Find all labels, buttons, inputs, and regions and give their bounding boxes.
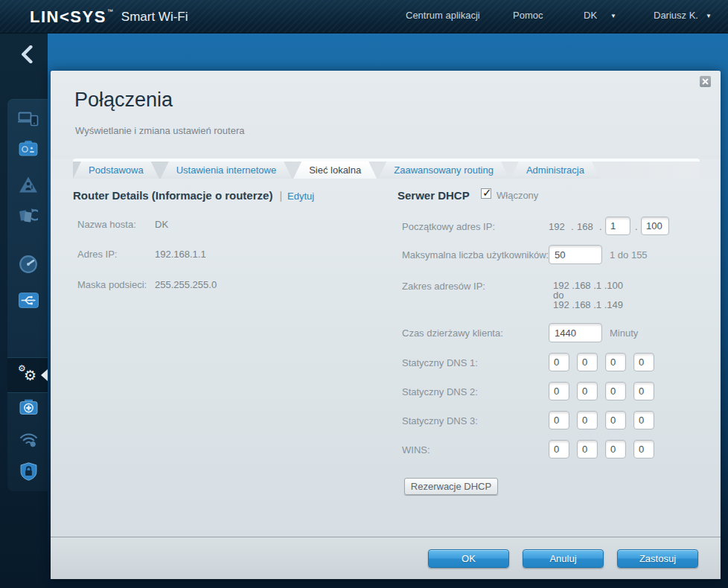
dhcp-reservations-button[interactable]: Rezerwacje DHCP — [404, 478, 498, 495]
router-details-heading: Router Details (Informacje o routerze)|E… — [73, 189, 314, 202]
footer-buttons: OK Anuluj Zastosuj — [428, 549, 698, 568]
menu-user-name[interactable]: Dariusz K. — [654, 10, 698, 21]
dhcp-enabled-checkbox[interactable] — [481, 188, 491, 199]
apply-button[interactable]: Zastosuj — [617, 549, 698, 568]
wins-label: WINS: — [402, 444, 430, 456]
connectivity-dialog: Połączenia Wyświetlanie i zmiana ustawie… — [51, 71, 721, 579]
wins-octet3-input[interactable] — [605, 440, 626, 458]
subnet-mask-value: 255.255.255.0 — [155, 279, 217, 290]
dns3-octet2-input[interactable] — [577, 411, 598, 429]
router-caret-icon[interactable]: ▼ — [610, 13, 616, 19]
dns2-octet1-input[interactable] — [549, 382, 569, 400]
wins-octet2-input[interactable] — [577, 440, 598, 458]
topbar: LIN<SYS™ Smart Wi-Fi Centrum aplikacji P… — [0, 0, 728, 33]
wins-octet1-input[interactable] — [549, 440, 569, 458]
dns2-octet3-input[interactable] — [605, 382, 626, 400]
menu-app-center[interactable]: Centrum aplikacji — [406, 10, 480, 21]
dns3-label: Statyczny DNS 3: — [402, 415, 478, 426]
subnet-mask-label: Maska podsieci: — [77, 279, 147, 290]
tab-zaawansowany-routing[interactable]: Zaawansowany routing — [378, 162, 509, 179]
dns1-octet4-input[interactable] — [633, 353, 654, 371]
edit-link[interactable]: Edytuj — [287, 191, 314, 202]
page-title: Połączenia — [74, 89, 173, 112]
sidebar: ⚙ ⚙ — [0, 33, 48, 588]
tab-podstawowa[interactable]: Podstawowa — [73, 162, 159, 179]
max-users-input[interactable] — [549, 245, 602, 264]
start-ip-octet4-input[interactable] — [641, 217, 669, 235]
dhcp-heading: Serwer DHCP — [397, 189, 470, 202]
ip-dot: . — [571, 221, 574, 232]
ip-range-label: Zakres adresów IP: — [402, 281, 485, 292]
dialog-header: Połączenia Wyświetlanie i zmiana ustawie… — [51, 71, 721, 159]
menu-help[interactable]: Pomoc — [513, 10, 543, 21]
dns2-octet4-input[interactable] — [633, 382, 654, 400]
dns3-octet4-input[interactable] — [633, 411, 654, 429]
media-icon[interactable] — [18, 138, 39, 159]
tab-content: Router Details (Informacje o routerze)|E… — [51, 179, 721, 537]
ip-address-label: Adres IP: — [77, 249, 117, 260]
ip-dot: . — [635, 221, 638, 232]
dns3-octet1-input[interactable] — [549, 411, 569, 429]
cancel-button[interactable]: Anuluj — [523, 549, 604, 568]
ip-address-value: 192.168.1.1 — [155, 249, 206, 260]
ip-dot: . — [599, 221, 602, 232]
dns2-label: Statyczny DNS 2: — [402, 386, 478, 397]
start-ip-label: Początkowy adres IP: — [402, 221, 495, 232]
dns2-octet2-input[interactable] — [577, 382, 598, 400]
heading-separator: | — [279, 190, 282, 202]
wireless-settings-icon[interactable] — [18, 429, 39, 450]
active-pointer-icon — [41, 369, 48, 381]
dhcp-enabled-label: Włączony — [496, 190, 538, 201]
start-ip-octet2: 168 — [577, 221, 593, 232]
parental-controls-icon[interactable] — [18, 174, 39, 195]
ip-range-to: 192 .168 .1 .149 — [553, 299, 623, 310]
devices-icon[interactable] — [18, 109, 39, 130]
max-users-label: Maksymalna liczba użytkowników: — [402, 249, 549, 261]
lease-time-unit: Minuty — [610, 327, 638, 339]
wins-octet4-input[interactable] — [633, 440, 654, 458]
hostname-label: Nazwa hosta: — [77, 219, 136, 230]
settings-gears-icon[interactable]: ⚙ ⚙ — [18, 364, 39, 385]
dns3-octet3-input[interactable] — [605, 411, 626, 429]
ok-button[interactable]: OK — [428, 549, 509, 568]
lease-time-label: Czas dzierżawy klienta: — [402, 327, 503, 339]
troubleshooting-icon[interactable] — [18, 396, 39, 417]
media-prioritization-icon[interactable] — [18, 205, 39, 226]
tab-siec-lokalna[interactable]: Sieć lokalna — [293, 162, 377, 179]
hostname-value: DK — [155, 219, 168, 230]
close-icon[interactable] — [700, 76, 711, 87]
dns1-octet3-input[interactable] — [605, 353, 626, 371]
tab-ustawienia-internetowe[interactable]: Ustawienia internetowe — [161, 162, 292, 179]
dns1-label: Statyczny DNS 1: — [402, 357, 478, 368]
page-subtitle: Wyświetlanie i zmiana ustawień routera — [75, 125, 244, 136]
usb-storage-icon[interactable] — [18, 290, 39, 310]
menu-router-name[interactable]: DK — [584, 10, 597, 21]
start-ip-octet3-input[interactable] — [605, 217, 630, 235]
collapse-chevron-icon[interactable] — [19, 45, 34, 63]
user-caret-icon[interactable]: ▼ — [706, 13, 712, 19]
start-ip-octet1: 192 — [549, 221, 565, 232]
lease-time-input[interactable] — [549, 323, 602, 342]
top-menu: Centrum aplikacji Pomoc DK ▼ Dariusz K. … — [0, 0, 728, 33]
security-icon[interactable] — [18, 461, 39, 482]
speed-test-icon[interactable] — [18, 254, 39, 275]
tab-administracja[interactable]: Administracja — [511, 162, 600, 179]
max-users-hint: 1 do 155 — [610, 249, 648, 261]
dns1-octet1-input[interactable] — [549, 353, 569, 371]
dialog-footer: OK Anuluj Zastosuj — [51, 537, 721, 579]
tab-bar: Podstawowa Ustawienia internetowe Sieć l… — [73, 159, 700, 179]
dns1-octet2-input[interactable] — [577, 353, 598, 371]
